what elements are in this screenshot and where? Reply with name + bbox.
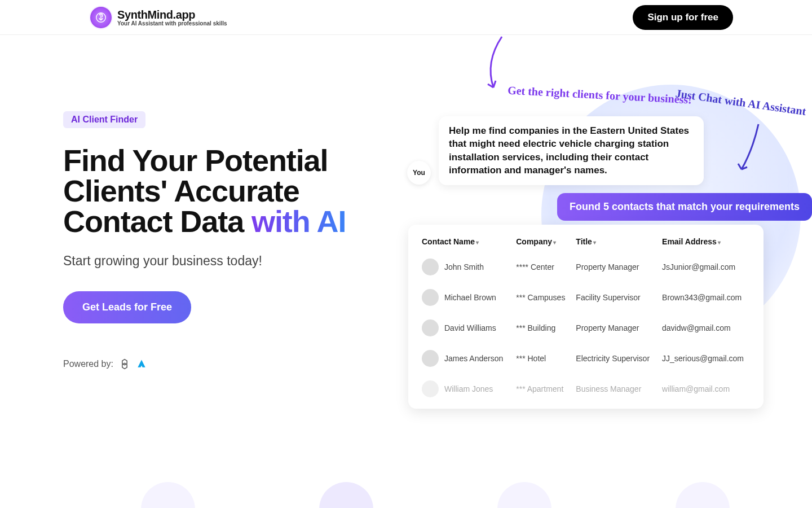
- contact-avatar: [422, 350, 439, 367]
- user-chat-bubble: Help me find companies in the Eastern Un…: [439, 116, 704, 185]
- col-company[interactable]: Company▾: [513, 231, 572, 252]
- table-row: James Anderson*** HotelElectricity Super…: [418, 343, 753, 374]
- results-card: Contact Name▾ Company▾ Title▾ Email Addr…: [408, 225, 764, 409]
- cell-company: *** Building: [513, 313, 572, 343]
- headline-accent: with AI: [251, 204, 346, 238]
- contact-avatar: [422, 380, 439, 397]
- table-row: William Jones*** ApartmentBusiness Manag…: [418, 374, 753, 404]
- cell-company: *** Apartment: [513, 374, 572, 404]
- logo-title: SynthMind.app: [117, 8, 227, 21]
- contact-avatar: [422, 259, 439, 275]
- hero-section: AI Client Finder Find Your Potential Cli…: [0, 35, 812, 370]
- logo[interactable]: SynthMind.app Your AI Assistant with pro…: [90, 7, 227, 28]
- cell-contact: William Jones: [418, 374, 513, 404]
- contact-name: David Williams: [444, 323, 496, 332]
- feature-row: [0, 482, 730, 508]
- cell-contact: David Williams: [418, 313, 513, 343]
- chevron-down-icon: ▾: [718, 239, 721, 246]
- cell-title: Facility Supervisor: [572, 282, 659, 313]
- hero-subhead: Start growing your business today!: [63, 253, 379, 269]
- cell-company: *** Hotel: [513, 343, 572, 374]
- col-contact-name[interactable]: Contact Name▾: [418, 231, 513, 252]
- cell-contact: Michael Brown: [418, 282, 513, 313]
- results-table: Contact Name▾ Company▾ Title▾ Email Addr…: [418, 231, 753, 404]
- contact-name: John Smith: [444, 262, 484, 271]
- contact-name: James Anderson: [444, 354, 503, 363]
- cell-title: Property Manager: [572, 313, 659, 343]
- cell-email: JsJunior@gmail.com: [659, 252, 753, 282]
- contact-name: William Jones: [444, 384, 493, 393]
- cell-title: Business Manager: [572, 374, 659, 404]
- feature-item: [319, 482, 373, 508]
- hero-left: AI Client Finder Find Your Potential Cli…: [63, 111, 379, 370]
- you-avatar: You: [407, 161, 431, 185]
- col-title[interactable]: Title▾: [572, 231, 659, 252]
- powered-by: Powered by:: [63, 358, 379, 370]
- cell-company: **** Center: [513, 252, 572, 282]
- table-row: David Williams*** BuildingProperty Manag…: [418, 313, 753, 343]
- cell-email: davidw@gmail.com: [659, 313, 753, 343]
- product-badge: AI Client Finder: [63, 111, 145, 128]
- table-header-row: Contact Name▾ Company▾ Title▾ Email Addr…: [418, 231, 753, 252]
- arrow-icon-top: [736, 121, 764, 178]
- chevron-down-icon: ▾: [593, 239, 596, 246]
- azure-icon: [136, 358, 147, 370]
- hero-headline: Find Your Potential Clients' Accurate Co…: [63, 145, 379, 237]
- powered-by-label: Powered by:: [63, 359, 113, 369]
- cell-title: Property Manager: [572, 252, 659, 282]
- header: SynthMind.app Your AI Assistant with pro…: [0, 0, 812, 35]
- cell-contact: John Smith: [418, 252, 513, 282]
- col-email[interactable]: Email Address▾: [659, 231, 753, 252]
- logo-tagline: Your AI Assistant with professional skil…: [117, 20, 227, 27]
- contact-name: Michael Brown: [444, 293, 496, 302]
- feature-item: [676, 482, 730, 508]
- contact-avatar: [422, 319, 439, 336]
- cell-company: *** Campuses: [513, 282, 572, 313]
- chevron-down-icon: ▾: [476, 239, 479, 246]
- feature-item: [497, 482, 551, 508]
- signup-button[interactable]: Sign up for free: [633, 5, 733, 30]
- logo-brain-icon: [90, 7, 112, 28]
- contact-avatar: [422, 289, 439, 306]
- get-leads-button[interactable]: Get Leads for Free: [63, 291, 191, 323]
- cell-title: Electricity Supervisor: [572, 343, 659, 374]
- table-row: John Smith**** CenterProperty ManagerJsJ…: [418, 252, 753, 282]
- arrow-icon-bottom: [474, 34, 513, 96]
- cell-email: Brown343@gmail.com: [659, 282, 753, 313]
- chevron-down-icon: ▾: [553, 239, 556, 246]
- cell-email: JJ_serious@gmail.com: [659, 343, 753, 374]
- feature-item: [141, 482, 195, 508]
- ai-chat-bubble: Found 5 contacts that match your require…: [557, 193, 812, 221]
- openai-icon: [119, 358, 130, 370]
- table-row: Michael Brown*** CampusesFacility Superv…: [418, 282, 753, 313]
- logo-text: SynthMind.app Your AI Assistant with pro…: [117, 8, 227, 27]
- cell-email: william@gmail.com: [659, 374, 753, 404]
- cell-contact: James Anderson: [418, 343, 513, 374]
